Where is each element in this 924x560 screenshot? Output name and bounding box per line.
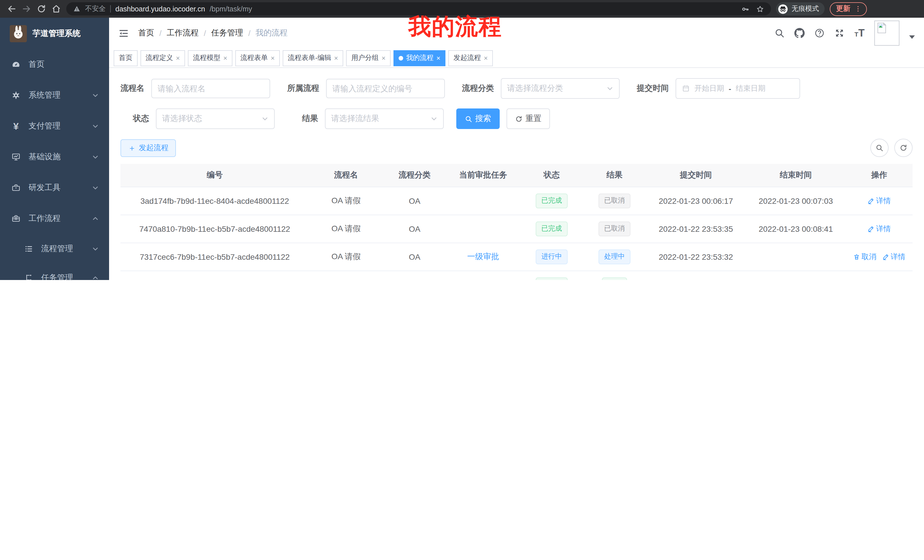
dashboard-icon (11, 60, 21, 69)
search-button-label: 搜索 (475, 114, 491, 124)
app-logo[interactable]: 芋道管理系统 (0, 18, 109, 49)
cancel-action[interactable]: 取消 (853, 252, 876, 262)
cell-status: 已完成 (520, 215, 583, 243)
cell-submit-time: 2022-01-22 23:53:32 (646, 243, 746, 271)
detail-action[interactable]: 详情 (867, 196, 891, 206)
browser-menu-icon[interactable] (854, 5, 862, 13)
cell-process-id: 2152467e-7b9b-11ec-9a1b-acde48001122 (120, 271, 309, 280)
password-key-icon[interactable] (741, 5, 749, 13)
breadcrumb-item[interactable]: 工作流程 (167, 28, 199, 38)
sidebar-item-payment[interactable]: ¥支付管理 (0, 111, 109, 142)
sidebar-item-infra[interactable]: 基础设施 (0, 142, 109, 172)
create-process-button[interactable]: ＋ 发起流程 (120, 139, 176, 157)
sidebar-item-process-mgmt[interactable]: 流程管理 (0, 234, 109, 263)
browser-update-button[interactable]: 更新 (830, 2, 867, 16)
action-label: 取消 (861, 252, 876, 262)
close-icon[interactable]: × (223, 54, 227, 61)
filter-result: 结果 请选择流结果 (302, 108, 444, 129)
search-button[interactable]: 搜索 (456, 108, 500, 129)
browser-toolbar: 不安全 dashboard.yudao.iocoder.cn /bpm/task… (0, 0, 924, 18)
sidebar-item-dev-tools[interactable]: 研发工具 (0, 172, 109, 203)
cell-process-id: 7317cec6-7b9b-11ec-b5b7-acde48001122 (120, 243, 309, 271)
filter-row-2: 状态 请选择状态 结果 请选择流结果 (120, 108, 913, 129)
close-icon[interactable]: × (436, 54, 440, 61)
close-icon[interactable]: × (271, 54, 274, 61)
action-label: 详情 (876, 196, 891, 206)
process-name-input[interactable] (152, 79, 270, 98)
tab-1[interactable]: 首页 (114, 50, 138, 66)
detail-action[interactable]: 详情 (867, 280, 891, 280)
forward-icon[interactable] (22, 4, 32, 14)
help-icon[interactable] (814, 28, 825, 38)
cell-category: OA (383, 271, 446, 280)
cell-current-task (446, 271, 520, 280)
result-placeholder: 请选择流结果 (331, 114, 379, 124)
sidebar-toggle-icon[interactable] (118, 28, 129, 39)
refresh-table-button[interactable] (894, 139, 913, 157)
sidebar-item-home[interactable]: 首页 (0, 49, 109, 80)
tab-7[interactable]: 我的流程× (393, 50, 446, 66)
process-key-input[interactable] (326, 79, 445, 98)
reset-button[interactable]: 重置 (507, 108, 550, 129)
address-bar[interactable]: 不安全 dashboard.yudao.iocoder.cn /bpm/task… (66, 2, 771, 15)
cell-process-name: OA 请假 (309, 215, 383, 243)
sidebar-item-label: 流程管理 (41, 244, 73, 254)
navbar-actions: TT (775, 21, 915, 46)
table-row: 2152467e-7b9b-11ec-9a1b-acde48001122OA 请… (120, 271, 913, 280)
cell-result: 已取消 (583, 187, 646, 215)
bookmark-star-icon[interactable] (756, 5, 764, 13)
breadcrumb-item[interactable]: 任务管理 (211, 28, 243, 38)
sidebar-item-system[interactable]: 系统管理 (0, 80, 109, 111)
close-icon[interactable]: × (334, 54, 338, 61)
security-label[interactable]: 不安全 (85, 4, 106, 14)
sidebar-item-task-mgmt[interactable]: 任务管理 (0, 263, 109, 280)
current-task-link[interactable]: 一级审批 (467, 252, 499, 261)
incognito-badge: 无痕模式 (776, 2, 825, 15)
detail-action[interactable]: 详情 (882, 252, 906, 262)
status-select[interactable]: 请选择状态 (156, 108, 274, 129)
cell-current-task (446, 215, 520, 243)
sidebar-item-workflow[interactable]: 工作流程 (0, 203, 109, 234)
url-host[interactable]: dashboard.yudao.iocoder.cn (116, 5, 205, 13)
end-date-placeholder[interactable]: 结束日期 (736, 83, 765, 94)
reload-icon[interactable] (36, 4, 46, 14)
column-header: 结果 (583, 164, 646, 187)
home-icon[interactable] (51, 4, 61, 14)
result-select[interactable]: 请选择流结果 (325, 108, 444, 129)
avatar-caret-icon[interactable] (909, 35, 915, 39)
search-icon[interactable] (775, 28, 785, 38)
cell-status: 已完成 (520, 187, 583, 215)
date-range-picker[interactable]: 开始日期 - 结束日期 (676, 78, 800, 99)
column-header: 流程分类 (383, 164, 446, 187)
close-icon[interactable]: × (381, 54, 386, 61)
sidebar-item-label: 任务管理 (41, 273, 73, 280)
url-divider (110, 5, 111, 13)
tab-6[interactable]: 用户分组× (346, 50, 391, 66)
fullscreen-icon[interactable] (835, 28, 845, 38)
chevron-down-icon (92, 245, 99, 252)
url-path[interactable]: /bpm/task/my (210, 5, 736, 13)
tab-4[interactable]: 流程表单× (235, 50, 280, 66)
tab-5[interactable]: 流程表单-编辑× (283, 50, 343, 66)
process-name-label: 流程名 (120, 83, 144, 94)
cell-current-task (446, 187, 520, 215)
start-date-placeholder[interactable]: 开始日期 (694, 83, 724, 94)
close-icon[interactable]: × (484, 54, 488, 61)
app-title: 芋道管理系统 (33, 28, 81, 39)
font-size-icon[interactable]: TT (855, 28, 865, 38)
tab-2[interactable]: 流程定义× (141, 50, 185, 66)
avatar[interactable] (874, 21, 900, 46)
tab-3[interactable]: 流程模型× (188, 50, 232, 66)
breadcrumb-item[interactable]: 首页 (138, 28, 154, 38)
back-icon[interactable] (7, 4, 16, 14)
edit-icon (867, 198, 874, 204)
update-label[interactable]: 更新 (836, 4, 850, 14)
close-icon[interactable]: × (176, 54, 180, 61)
tab-8[interactable]: 发起流程× (448, 50, 493, 66)
github-icon[interactable] (795, 28, 805, 38)
show-search-button[interactable] (870, 139, 889, 157)
detail-action[interactable]: 详情 (867, 224, 891, 234)
not-secure-warning-icon[interactable] (73, 5, 81, 13)
result-badge: 已取消 (598, 193, 630, 208)
category-select[interactable]: 请选择流程分类 (501, 78, 620, 99)
